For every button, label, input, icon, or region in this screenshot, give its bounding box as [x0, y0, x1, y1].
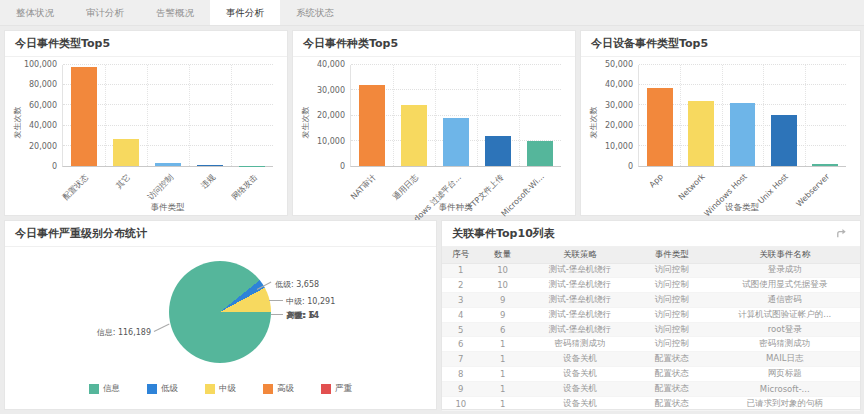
legend-item-严重[interactable]: 严重: [321, 383, 352, 395]
x-tick-label: NAT审计: [349, 172, 379, 202]
y-tick-label: 0: [628, 162, 633, 171]
bar-Webserver[interactable]: [812, 164, 838, 166]
legend-item-中级[interactable]: 中级: [205, 383, 236, 395]
table-cell: 登录成功: [709, 263, 860, 278]
table-cell: 访问控制: [634, 337, 709, 352]
table-cell: 6: [442, 337, 480, 352]
pie-callout-critical: 严重: 6: [287, 310, 315, 321]
table-cell: 测试-堡垒机绕行: [526, 263, 635, 278]
table-header-2: 关联策略: [526, 247, 635, 263]
legend-label: 高级: [277, 383, 294, 395]
table-cell: 设备关机: [526, 367, 635, 382]
table-row-4[interactable]: 49测试-堡垒机绕行访问控制计算机试图验证帐户的...: [442, 307, 860, 322]
x-axis-title: 事件类型: [62, 202, 273, 214]
table-header-3: 事件类型: [634, 247, 709, 263]
bar-Unix Host[interactable]: [771, 115, 797, 167]
bar-chart-event-type: 发生次数 020,00040,00060,00080,000100,000 配置…: [5, 57, 287, 215]
card-device-event-type-top5: 今日设备事件类型Top5 发生次数 010,00020,00030,00040,…: [580, 30, 861, 216]
pie-chart-severity: 信息: 116,189 低级: 3,658 中级: 10,291 高级: 14 …: [5, 247, 436, 409]
table-cell: 4: [442, 307, 480, 322]
x-tick-label: Network: [677, 172, 707, 202]
bar-chart-event-kind: 发生次数 010,00020,00030,00040,000 NAT审计通用日志…: [293, 57, 575, 215]
table-row-1[interactable]: 110测试-堡垒机绕行访问控制登录成功: [442, 263, 860, 278]
table-row-7[interactable]: 71设备关机配置状态MAIL日志: [442, 352, 860, 367]
plot-area: [62, 65, 273, 167]
bar-其它[interactable]: [113, 139, 139, 166]
x-tick-label: 配置状态: [60, 172, 90, 202]
bar-Microsoft-Wi...[interactable]: [527, 141, 553, 167]
card-title: 今日设备事件类型Top5: [581, 31, 860, 57]
x-tick-label: App: [648, 172, 665, 189]
table-cell: 测试-堡垒机绕行: [526, 278, 635, 293]
table-cell: 已请求到对象的句柄: [709, 396, 860, 411]
table-cell: 设备关机: [526, 381, 635, 396]
x-tick-label: 违规: [198, 172, 217, 191]
card-related-events-top10: 关联事件Top10列表 序号数量关联策略事件类型关联事件名称 110测试-堡垒机…: [441, 220, 861, 410]
y-axis: 010,00020,00030,00040,00050,000: [598, 65, 638, 167]
table-cell: 测试-堡垒机绕行: [526, 322, 635, 337]
table-row-10[interactable]: 101设备关机配置状态已请求到对象的句柄: [442, 396, 860, 411]
bar-NAT审计[interactable]: [359, 85, 385, 166]
bar-通用日志[interactable]: [401, 105, 427, 166]
table-row-3[interactable]: 39测试-堡垒机绕行访问控制通信密码: [442, 293, 860, 308]
tab-3[interactable]: 事件分析: [210, 0, 280, 25]
table-cell: 试图使用显式凭据登录: [709, 278, 860, 293]
legend-item-低级[interactable]: 低级: [147, 383, 178, 395]
y-axis: 010,00020,00030,00040,000: [310, 65, 350, 167]
pie-circle[interactable]: [169, 261, 271, 363]
table-cell: 7: [442, 352, 480, 367]
tab-4[interactable]: 系统状态: [280, 0, 350, 25]
table-cell: MAIL日志: [709, 352, 860, 367]
bar-Network[interactable]: [688, 101, 714, 166]
x-tick-label: 网络攻击: [229, 172, 259, 202]
table-cell: 网页标题: [709, 367, 860, 382]
legend-item-高级[interactable]: 高级: [263, 383, 294, 395]
table-row-9[interactable]: 91设备关机配置状态Microsoft-...: [442, 381, 860, 396]
table-cell: 10: [480, 263, 526, 278]
table-cell: 配置状态: [634, 381, 709, 396]
legend-swatch: [205, 384, 215, 394]
table-cell: 设备关机: [526, 396, 635, 411]
legend-item-信息[interactable]: 信息: [89, 383, 120, 395]
bar-违规[interactable]: [197, 165, 223, 166]
jump-arrow-icon[interactable]: [835, 227, 848, 240]
bar-Windows 过滤平台...[interactable]: [443, 118, 469, 166]
card-event-type-top5: 今日事件类型Top5 发生次数 020,00040,00060,00080,00…: [4, 30, 288, 216]
table-row-8[interactable]: 81设备关机配置状态网页标题: [442, 367, 860, 382]
table-row-6[interactable]: 61密码猜测成功访问控制密码猜测成功: [442, 337, 860, 352]
table-cell: 1: [442, 263, 480, 278]
table-cell: 测试-堡垒机绕行: [526, 293, 635, 308]
legend-swatch: [147, 384, 157, 394]
y-tick-label: 10,000: [605, 142, 633, 151]
legend-swatch: [321, 384, 331, 394]
table-cell: 访问控制: [634, 263, 709, 278]
table-cell: 10: [480, 278, 526, 293]
x-axis-title: 设备类型: [638, 202, 846, 214]
bar-App[interactable]: [647, 88, 673, 166]
tab-0[interactable]: 整体状况: [0, 0, 70, 25]
bar-FTP文件上传[interactable]: [485, 136, 511, 166]
bar-访问控制[interactable]: [155, 163, 181, 166]
y-axis-title: 发生次数: [585, 57, 598, 215]
table-cell: 1: [480, 352, 526, 367]
y-tick-label: 20,000: [317, 111, 345, 120]
table-row-5[interactable]: 56测试-堡垒机绕行访问控制root登录: [442, 322, 860, 337]
table-cell: 配置状态: [634, 352, 709, 367]
x-tick-label: 访问控制: [145, 172, 175, 202]
table-row-2[interactable]: 210测试-堡垒机绕行访问控制试图使用显式凭据登录: [442, 278, 860, 293]
x-tick-label: 通用日志: [391, 172, 421, 202]
y-axis-title: 发生次数: [297, 57, 310, 215]
table-header-4: 关联事件名称: [709, 247, 860, 263]
tab-1[interactable]: 审计分析: [70, 0, 140, 25]
pie-callout-low: 低级: 3,658: [275, 279, 319, 290]
card-title: 今日事件严重级别分布统计: [5, 221, 436, 247]
tab-2[interactable]: 告警概况: [140, 0, 210, 25]
table-cell: 9: [442, 381, 480, 396]
legend-swatch: [89, 384, 99, 394]
callout-leader: [271, 314, 283, 315]
table-cell: 2: [442, 278, 480, 293]
bar-配置状态[interactable]: [71, 67, 97, 166]
bar-Windows Host[interactable]: [730, 103, 756, 166]
table-cell: 8: [442, 367, 480, 382]
table-cell: 10: [442, 396, 480, 411]
